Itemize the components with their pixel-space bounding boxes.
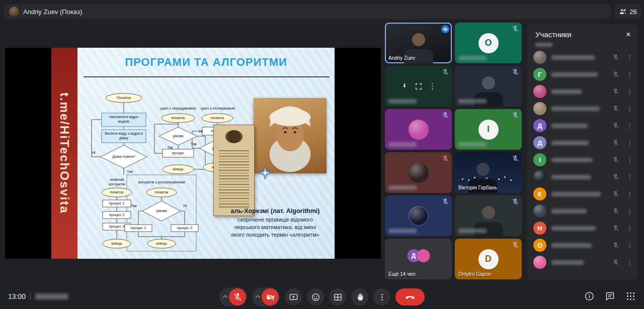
more-options-icon[interactable]: ⋮ — [429, 82, 436, 90]
blurred-name — [388, 99, 417, 104]
letter-avatar: Д — [533, 136, 546, 149]
participant-row[interactable]: Г ⋮ — [527, 66, 638, 83]
blurred-name — [458, 99, 487, 104]
participant-row[interactable]: Н ⋮ — [527, 220, 638, 237]
participants-count-badge[interactable]: 26 — [615, 4, 641, 19]
chat-icon[interactable] — [605, 291, 615, 301]
caption-line: перського математика, від імені — [217, 224, 333, 231]
tile-name: Andriy Zuev — [388, 55, 415, 61]
chevron-up-icon[interactable] — [223, 295, 228, 300]
video-tile-hovered[interactable]: ⋮ — [385, 66, 452, 107]
pin-icon[interactable] — [400, 82, 409, 90]
participant-row[interactable]: О ⋮ — [527, 237, 638, 254]
more-options-icon[interactable]: ⋮ — [624, 190, 633, 198]
presentation-slide: t.me/HiTechOsvita ПРОГРАМИ ТА АЛГОРИТМИ — [51, 48, 335, 259]
flow-label: Так — [127, 170, 133, 174]
tile-andriy-zuev[interactable]: Andriy Zuev — [385, 23, 452, 63]
tile-more-people[interactable]: Д Ещё 14 чел. — [385, 239, 452, 279]
video-tile[interactable] — [385, 109, 452, 150]
letter-avatar: D — [478, 249, 499, 269]
mic-off-icon — [512, 198, 519, 205]
blurred-name — [388, 142, 417, 147]
video-tile[interactable] — [455, 195, 522, 236]
more-options-icon[interactable]: ⋮ — [624, 88, 633, 95]
more-options-icon[interactable]: ⋮ — [624, 173, 633, 181]
more-options-icon[interactable]: ⋮ — [624, 225, 633, 232]
photo-avatar — [533, 256, 546, 269]
blurred-name — [551, 158, 593, 162]
more-options-button[interactable] — [373, 288, 390, 305]
manuscript-emblem — [225, 130, 243, 143]
participant-row[interactable]: ⋮ — [527, 100, 638, 117]
participant-row[interactable]: ⋮ — [527, 83, 638, 100]
participant-row[interactable]: ⋮ — [527, 254, 638, 271]
mic-off-icon — [612, 105, 619, 112]
presenter-label: Andriy Zuev (Показ) — [23, 8, 82, 16]
reactions-button[interactable] — [307, 288, 324, 305]
caption-title: аль-Хорезмі (лат. Algorithmi) — [217, 208, 333, 215]
avatar-letter: D — [485, 254, 492, 264]
raise-hand-icon — [355, 292, 365, 302]
meeting-details-icon[interactable] — [584, 291, 595, 301]
chevron-up-icon[interactable] — [256, 295, 261, 300]
photo-avatar — [409, 163, 429, 183]
photo-avatar — [417, 249, 430, 262]
caption-line: якого походить термін «алгоритм» — [217, 231, 333, 239]
mic-off-icon — [612, 139, 619, 146]
video-tile[interactable]: O — [455, 23, 522, 63]
close-icon[interactable]: × — [626, 30, 631, 39]
flow-label: умова — [156, 209, 167, 214]
fullscreen-icon[interactable] — [415, 82, 423, 90]
participant-row[interactable]: ⋮ — [527, 49, 638, 66]
raise-hand-button[interactable] — [351, 288, 368, 305]
photo-avatar — [533, 204, 546, 218]
participant-row[interactable]: Д ⋮ — [527, 117, 638, 134]
more-options-icon[interactable]: ⋮ — [624, 122, 633, 130]
blurred-name — [551, 107, 600, 111]
divider — [30, 293, 31, 300]
leave-call-button[interactable] — [395, 288, 425, 305]
more-options-icon[interactable]: ⋮ — [624, 259, 633, 266]
more-options-icon[interactable]: ⋮ — [624, 208, 633, 215]
flow-label: початок — [155, 190, 169, 195]
more-options-icon[interactable]: ⋮ — [624, 242, 633, 249]
participant-row[interactable]: К ⋮ — [527, 185, 638, 202]
presenter-avatar — [9, 7, 19, 17]
participant-row[interactable]: ⋮ — [527, 202, 638, 220]
flow-label: Ні — [92, 151, 95, 155]
meeting-time: 13:00 — [8, 292, 26, 300]
camera-toggle-button[interactable] — [262, 288, 279, 305]
participant-row[interactable]: Д ⋮ — [527, 134, 638, 151]
apps-grid-icon[interactable] — [625, 291, 636, 301]
change-layout-button[interactable] — [329, 288, 346, 305]
video-tile[interactable] — [455, 66, 522, 107]
mic-control-group — [219, 287, 247, 306]
participants-header: Участники × — [527, 24, 638, 42]
video-tile[interactable] — [385, 152, 452, 193]
tile-dmytro-gapon[interactable]: D Dmytro Gapon — [455, 239, 522, 279]
mic-toggle-button[interactable] — [229, 288, 246, 305]
mic-off-icon — [512, 68, 519, 76]
more-options-icon[interactable]: ⋮ — [624, 139, 633, 147]
present-screen-button[interactable] — [285, 288, 302, 305]
more-options-icon[interactable]: ⋮ — [624, 71, 633, 78]
letter-avatar: І — [533, 153, 546, 166]
blurred-name — [551, 260, 584, 265]
present-screen-icon — [289, 292, 298, 302]
tile-viktoria-gorban[interactable]: Вікторія Горбань — [455, 152, 522, 193]
person-silhouette — [482, 76, 495, 89]
flow-label: Діжка повна? — [108, 155, 140, 159]
photo-avatar — [533, 170, 546, 183]
flow-label: процес 2 — [109, 213, 125, 218]
participant-row[interactable]: І ⋮ — [527, 151, 638, 168]
mic-off-icon — [612, 71, 619, 78]
video-tile[interactable]: I — [455, 109, 522, 150]
letter-avatar: Н — [533, 222, 546, 235]
video-tile[interactable] — [385, 195, 452, 236]
letter-avatar: К — [533, 187, 546, 200]
flow-label: початок — [110, 190, 124, 195]
participant-row[interactable]: ⋮ — [527, 168, 638, 185]
more-options-icon[interactable]: ⋮ — [624, 105, 633, 113]
more-options-icon[interactable]: ⋮ — [624, 54, 633, 61]
more-options-icon[interactable]: ⋮ — [624, 156, 633, 164]
